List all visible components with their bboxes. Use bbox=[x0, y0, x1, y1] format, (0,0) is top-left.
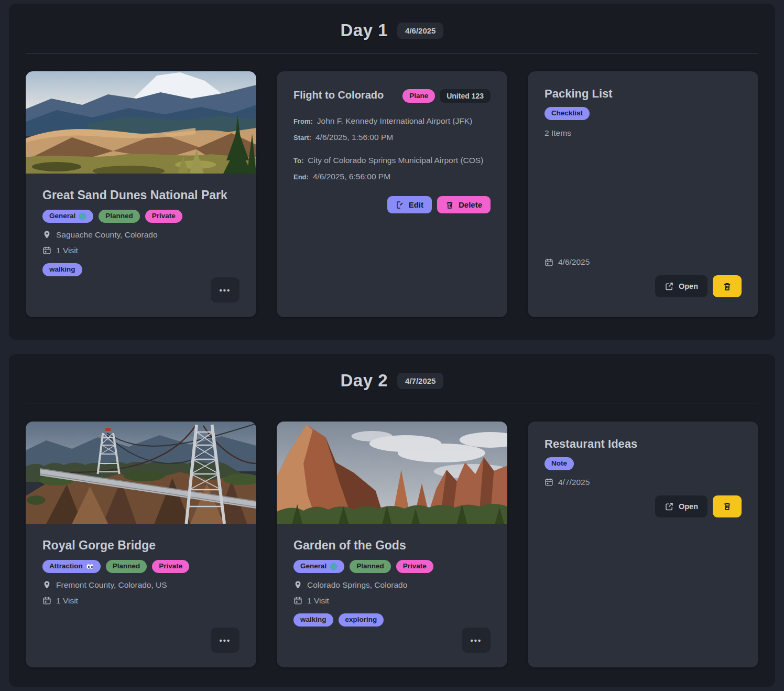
from-label: From: bbox=[293, 117, 313, 125]
status-badge: Planned bbox=[99, 210, 140, 223]
ellipsis-icon: ••• bbox=[220, 636, 231, 645]
checklist-date-row: 4/6/2025 bbox=[545, 257, 742, 267]
place-photo-garden-of-the-gods bbox=[277, 422, 507, 524]
place-title: Garden of the Gods bbox=[293, 538, 491, 553]
location-text: Colorado Springs, Colorado bbox=[307, 580, 407, 590]
calendar-icon bbox=[42, 596, 51, 605]
calendar-icon bbox=[545, 258, 553, 267]
day-2-cards: Royal Gorge Bridge Attraction Planned Pr… bbox=[26, 422, 758, 667]
card-menu-button[interactable]: ••• bbox=[462, 628, 491, 653]
external-link-icon bbox=[665, 502, 674, 511]
visits-text: 1 Visit bbox=[307, 596, 329, 606]
transport-type-badge: Plane bbox=[402, 89, 435, 103]
tag-walking: walking bbox=[42, 263, 82, 276]
day-date-badge: 4/6/2025 bbox=[397, 23, 443, 39]
calendar-icon bbox=[545, 478, 553, 487]
place-card-royal-gorge: Royal Gorge Bridge Attraction Planned Pr… bbox=[26, 422, 256, 667]
note-date-row: 4/7/2025 bbox=[545, 478, 742, 487]
location-row: Saguache County, Colorado bbox=[42, 230, 239, 240]
spacer bbox=[545, 138, 742, 250]
day-title: Day 2 bbox=[341, 371, 388, 391]
place-title: Great Sand Dunes National Park bbox=[42, 188, 239, 202]
calendar-icon bbox=[293, 596, 302, 605]
visibility-badge: Private bbox=[145, 210, 182, 223]
flight-number-badge: United 123 bbox=[440, 89, 491, 103]
note-badge-row: Note bbox=[545, 457, 742, 470]
visibility-badge: Private bbox=[152, 560, 189, 573]
open-button[interactable]: Open bbox=[655, 495, 707, 517]
visits-text: 1 Visit bbox=[56, 246, 78, 255]
globe-icon bbox=[330, 563, 337, 570]
items-count: 2 Items bbox=[545, 128, 742, 138]
start-label: Start: bbox=[293, 134, 311, 142]
tag-walking: walking bbox=[293, 613, 333, 627]
visibility-badge: Private bbox=[396, 560, 433, 573]
end-field: End: 4/6/2025, 6:56:00 PM bbox=[293, 172, 491, 181]
day-title: Day 1 bbox=[341, 20, 388, 40]
checklist-date: 4/6/2025 bbox=[558, 257, 590, 267]
note-type-badge: Note bbox=[545, 457, 574, 470]
visits-row: 1 Visit bbox=[42, 596, 239, 606]
checklist-card-packing-list: Packing List Checklist 2 Items 4/6/2025 … bbox=[528, 71, 758, 317]
edit-button-label: Edit bbox=[409, 200, 423, 209]
visits-row: 1 Visit bbox=[293, 596, 491, 606]
visits-text: 1 Visit bbox=[56, 596, 78, 606]
visits-row: 1 Visit bbox=[42, 246, 239, 255]
eyes-icon bbox=[86, 563, 94, 570]
badge-row: General Planned Private bbox=[42, 210, 239, 223]
header-divider bbox=[26, 53, 758, 54]
category-badge: General bbox=[42, 210, 93, 223]
location-pin-icon bbox=[293, 580, 302, 589]
delete-button-label: Delete bbox=[459, 200, 482, 209]
start-value: 4/6/2025, 1:56:00 PM bbox=[315, 133, 393, 142]
calendar-icon bbox=[42, 246, 51, 255]
location-text: Fremont County, Colorado, US bbox=[56, 580, 167, 590]
category-badge-label: General bbox=[49, 212, 75, 221]
open-button-label: Open bbox=[679, 502, 698, 511]
trash-icon bbox=[723, 502, 732, 511]
end-label: End: bbox=[293, 173, 309, 181]
location-row: Fremont County, Colorado, US bbox=[42, 580, 239, 590]
note-date: 4/7/2025 bbox=[558, 478, 590, 487]
note-title: Restaurant Ideas bbox=[545, 437, 742, 451]
edit-icon bbox=[396, 201, 404, 209]
place-card-garden-of-the-gods: Garden of the Gods General Planned Priva… bbox=[277, 422, 507, 667]
header-divider bbox=[26, 404, 758, 404]
to-value: City of Colorado Springs Municipal Airpo… bbox=[308, 156, 483, 165]
from-field: From: John F. Kennedy International Airp… bbox=[293, 116, 491, 126]
external-link-icon bbox=[665, 282, 674, 291]
ellipsis-icon: ••• bbox=[471, 636, 482, 645]
card-menu-button[interactable]: ••• bbox=[211, 628, 239, 653]
ellipsis-icon: ••• bbox=[220, 286, 231, 295]
trash-icon bbox=[723, 282, 732, 291]
tag-row: walking bbox=[42, 263, 239, 276]
delete-button[interactable]: Delete bbox=[437, 196, 491, 213]
category-badge: Attraction bbox=[42, 560, 101, 573]
arrival-group: To: City of Colorado Springs Municipal A… bbox=[293, 156, 491, 181]
checklist-type-badge: Checklist bbox=[545, 107, 590, 120]
to-field: To: City of Colorado Springs Municipal A… bbox=[293, 156, 491, 165]
trash-icon bbox=[445, 201, 454, 209]
badge-row: General Planned Private bbox=[293, 560, 491, 573]
day-1-section: Day 1 4/6/2025 bbox=[9, 4, 775, 340]
delete-checklist-button[interactable] bbox=[713, 275, 742, 297]
day-2-section: Day 2 4/7/2025 bbox=[9, 354, 775, 687]
place-photo-sand-dunes bbox=[26, 71, 256, 174]
day-1-cards: Great Sand Dunes National Park General P… bbox=[26, 71, 758, 317]
day-date-badge: 4/7/2025 bbox=[397, 373, 443, 389]
card-menu-button[interactable]: ••• bbox=[211, 277, 239, 303]
day-1-header: Day 1 4/6/2025 bbox=[26, 16, 758, 40]
to-label: To: bbox=[293, 157, 303, 165]
departure-group: From: John F. Kennedy International Airp… bbox=[293, 116, 491, 142]
delete-note-button[interactable] bbox=[713, 495, 742, 517]
edit-button[interactable]: Edit bbox=[387, 196, 432, 213]
flight-title: Flight to Colorado bbox=[293, 89, 384, 101]
flight-card: Flight to Colorado Plane United 123 From… bbox=[277, 71, 507, 317]
open-button[interactable]: Open bbox=[655, 275, 707, 297]
start-field: Start: 4/6/2025, 1:56:00 PM bbox=[293, 133, 491, 142]
globe-icon bbox=[79, 212, 86, 220]
checklist-title: Packing List bbox=[545, 87, 742, 101]
place-card-great-sand-dunes: Great Sand Dunes National Park General P… bbox=[26, 71, 256, 317]
status-badge: Planned bbox=[106, 560, 147, 573]
from-value: John F. Kennedy International Airport (J… bbox=[317, 116, 472, 126]
